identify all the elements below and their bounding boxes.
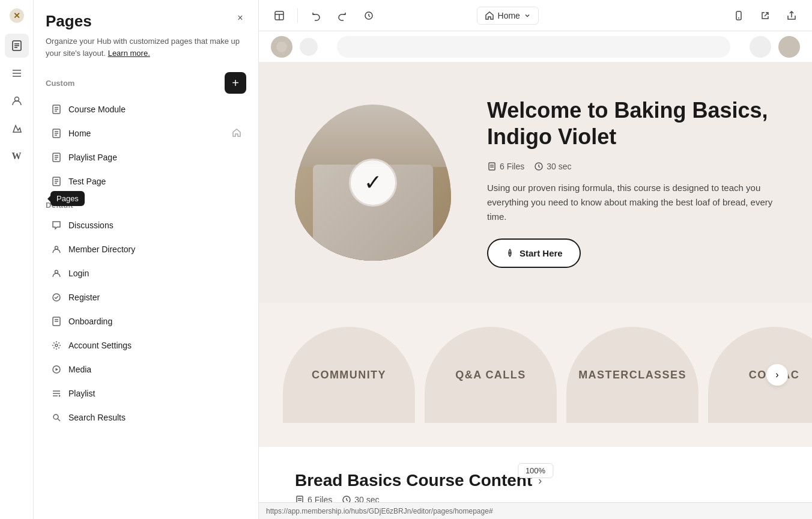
account-settings-icon — [50, 339, 62, 351]
page-item-label: Onboarding — [68, 317, 241, 326]
zoom-badge: 100% — [518, 463, 553, 478]
page-item-register[interactable]: Register — [38, 285, 253, 309]
nav-card-contact[interactable]: CONTAC — [708, 327, 812, 423]
svg-text:✕: ✕ — [13, 11, 20, 20]
page-item-label: Media — [68, 365, 241, 374]
hero-title: Welcome to Baking Basics, Indigo Violet — [487, 97, 776, 149]
page-item-member-directory[interactable]: Member Directory — [38, 237, 253, 261]
sidebar-item-navigation[interactable] — [5, 61, 29, 85]
page-item-playlist-page[interactable]: Playlist Page — [38, 145, 253, 169]
hero-image-container: ✓ — [295, 105, 451, 261]
svg-marker-38 — [59, 395, 61, 397]
svg-marker-34 — [56, 368, 59, 371]
sidebar-item-members[interactable] — [5, 89, 29, 113]
pages-panel-header: Pages Organize your Hub with customized … — [34, 0, 258, 65]
nav-cards-section: COMMUNITY Q&A CALLS MASTERCLASSES CONTAC… — [259, 303, 812, 447]
redo-button[interactable] — [332, 5, 353, 26]
page-item-login[interactable]: Login — [38, 261, 253, 285]
custom-section-header: Custom + — [34, 65, 258, 97]
sidebar-item-pages[interactable] — [5, 34, 29, 58]
login-icon — [50, 267, 62, 279]
page-item-discussions[interactable]: Discussions — [38, 213, 253, 237]
discussions-icon — [50, 219, 62, 231]
history-button[interactable] — [358, 5, 380, 26]
svg-line-47 — [765, 13, 768, 16]
sidebar-item-widgets[interactable]: W — [5, 144, 29, 168]
nav-card-qa-calls[interactable]: Q&A CALLS — [425, 327, 557, 423]
svg-point-32 — [55, 344, 58, 347]
svg-point-39 — [53, 414, 58, 419]
page-item-label: Discussions — [68, 220, 241, 230]
svg-rect-45 — [736, 11, 741, 20]
undo-button[interactable] — [305, 5, 327, 26]
default-section-label: Default — [34, 193, 258, 213]
hero-meta: 6 Files 30 sec — [487, 162, 776, 171]
course-duration: 30 sec — [342, 495, 379, 502]
hero-section: ✓ Welcome to Baking Basics, Indigo Viole… — [259, 62, 812, 303]
course-clock-icon — [342, 495, 351, 502]
page-item-search-results[interactable]: Search Results — [38, 405, 253, 429]
hero-text: Welcome to Baking Basics, Indigo Violet … — [487, 97, 776, 267]
share-button[interactable] — [781, 5, 802, 26]
nav-card-masterclasses[interactable]: MASTERCLASSES — [566, 327, 698, 423]
page-item-label: Account Settings — [68, 341, 241, 350]
svg-point-53 — [509, 252, 511, 254]
page-item-home[interactable]: Home — [38, 121, 253, 145]
start-button-label: Start Here — [520, 248, 563, 258]
playlist-icon — [50, 387, 62, 399]
page-item-label: Test Page — [68, 177, 241, 186]
files-count-text: 6 Files — [500, 162, 524, 171]
home-indicator-icon — [232, 128, 241, 139]
course-files-icon — [295, 495, 304, 502]
add-page-button[interactable]: + — [225, 72, 246, 94]
files-icon — [487, 162, 497, 171]
url-bar: https://app.membership.io/hubs/GDjE6zBRJ… — [259, 502, 812, 519]
member-directory-icon — [50, 243, 62, 255]
page-item-playlist[interactable]: Playlist — [38, 381, 253, 405]
icon-sidebar: ✕ W — [0, 0, 34, 519]
sidebar-item-design[interactable] — [5, 117, 29, 141]
page-item-label: Home — [68, 129, 226, 138]
learn-more-link[interactable]: Learn more. — [108, 49, 150, 58]
page-item-test-page[interactable]: Test Page — [38, 169, 253, 193]
site-logo — [271, 36, 292, 58]
nav-card-qa-label: Q&A CALLS — [455, 369, 526, 381]
layout-button[interactable] — [268, 5, 290, 26]
nav-card-community[interactable]: COMMUNITY — [283, 327, 415, 423]
hero-description: Using our proven rising formula, this co… — [487, 181, 776, 224]
svg-point-48 — [276, 41, 287, 52]
course-files-count: 6 Files — [295, 495, 332, 502]
start-here-button[interactable]: Start Here — [487, 238, 581, 268]
site-icon3 — [750, 36, 771, 58]
canvas-area: ✓ Welcome to Baking Basics, Indigo Viole… — [259, 31, 812, 502]
pages-panel-description: Organize your Hub with customized pages … — [46, 35, 246, 59]
site-search — [337, 36, 730, 58]
toolbar-right — [728, 5, 802, 26]
preview-wrapper: ✓ Welcome to Baking Basics, Indigo Viole… — [259, 31, 812, 502]
nav-card-masterclasses-label: MASTERCLASSES — [578, 369, 686, 381]
page-item-media[interactable]: Media — [38, 357, 253, 381]
course-content-title: Bread Basics Course Content — [295, 471, 532, 490]
site-icon2 — [300, 38, 318, 56]
clock-icon — [534, 162, 544, 171]
course-files-text: 6 Files — [308, 495, 332, 502]
nav-arrow-button[interactable]: › — [766, 364, 788, 386]
page-item-label: Playlist Page — [68, 153, 241, 162]
checkmark-overlay: ✓ — [349, 159, 397, 207]
close-panel-button[interactable]: × — [232, 10, 249, 26]
external-link-button[interactable] — [754, 5, 776, 26]
page-item-onboarding[interactable]: Onboarding — [38, 309, 253, 333]
pages-panel: Pages Organize your Hub with customized … — [34, 0, 259, 519]
site-avatar — [778, 36, 800, 58]
page-item-course-module[interactable]: Course Module — [38, 97, 253, 121]
page-item-account-settings[interactable]: Account Settings — [38, 333, 253, 357]
app-logo: ✕ — [7, 6, 26, 25]
custom-section-label: Custom — [46, 79, 74, 88]
home-nav-button[interactable]: Home — [477, 7, 539, 25]
page-item-label: Member Directory — [68, 244, 241, 254]
url-text: https://app.membership.io/hubs/GDjE6zBRJ… — [266, 507, 493, 515]
rocket-icon — [505, 248, 515, 258]
page-item-label: Register — [68, 293, 241, 302]
mobile-preview-button[interactable] — [728, 5, 750, 26]
page-item-label: Login — [68, 269, 241, 278]
